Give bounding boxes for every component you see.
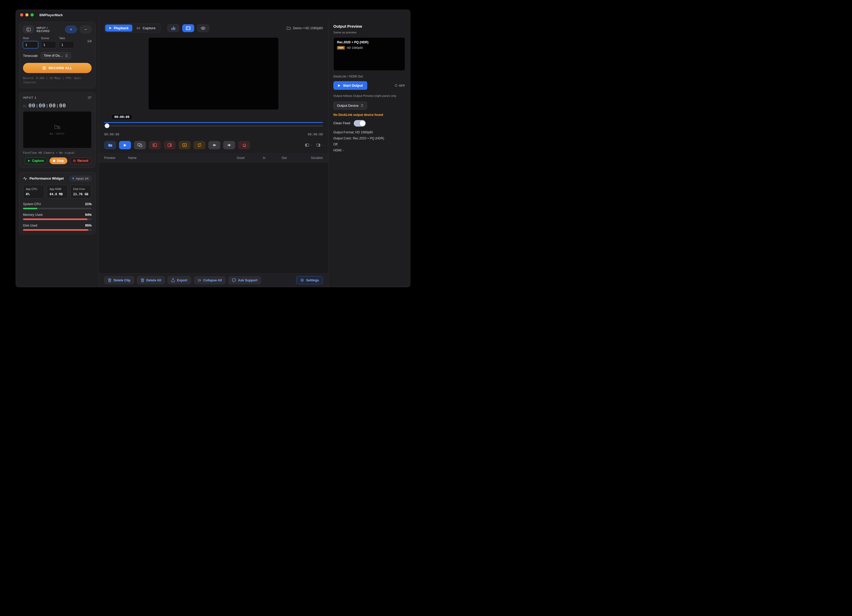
zoom-button[interactable] (30, 13, 34, 17)
scene-input[interactable] (41, 41, 56, 48)
output-preview-box: Rec.2020 + PQ (HDR) HDR HD 1080p60 (333, 37, 405, 71)
column-duration: Duration (301, 156, 323, 160)
minimize-button[interactable] (25, 13, 29, 17)
clean-feed-toggle[interactable] (354, 120, 366, 127)
loop-button[interactable] (193, 141, 205, 149)
tab-playback[interactable]: Playback (105, 24, 132, 32)
input1-menu-button[interactable] (88, 96, 92, 99)
capture-button[interactable]: Capture (24, 157, 47, 164)
scene-label: Scene (41, 36, 56, 40)
input1-title: INPUT 1 (23, 96, 36, 99)
record-button[interactable]: Record (70, 157, 92, 164)
output-color-label: Rec.2020 + PQ (HDR) (337, 41, 402, 44)
left-sidebar: INPUT / RECORD + − Reel Scene Tak (16, 20, 99, 287)
delete-all-button[interactable]: Delete All (137, 276, 165, 284)
mark-in-button[interactable] (149, 141, 161, 149)
media-browser-button[interactable] (104, 141, 116, 149)
left-pane-toggle[interactable]: - (305, 143, 312, 147)
take-field: Take (59, 36, 74, 48)
mark-out-button[interactable] (164, 141, 176, 149)
eye-icon (201, 27, 205, 30)
output-subtitle: Same as preview (333, 31, 405, 34)
sidebar-toggle-button[interactable] (23, 26, 34, 33)
start-output-button[interactable]: Start Output (333, 81, 367, 90)
input1-preview: NO INPUT (23, 111, 92, 148)
stat-disk-free: Disk Free 21.76 GB (70, 185, 92, 199)
detail-output-state: Off (333, 142, 405, 146)
output-details: Output Format: HD 1080p60 Output Color: … (333, 130, 405, 152)
stop-button[interactable]: Stop (50, 157, 67, 164)
pip-icon (137, 143, 142, 147)
column-in: In (263, 156, 282, 160)
take-input[interactable] (59, 41, 74, 48)
frame-view-button[interactable] (182, 24, 194, 32)
input1-panel: INPUT 1 TC 00:00:00:00 NO INPUT (19, 92, 95, 168)
reel-input[interactable] (23, 41, 38, 48)
tab-capture[interactable]: Capture (132, 24, 159, 32)
remove-input-button[interactable]: − (80, 26, 92, 33)
clip-table-body[interactable] (99, 162, 328, 273)
close-button[interactable] (20, 13, 23, 17)
meter-bar (23, 208, 92, 209)
chat-icon (232, 278, 236, 282)
delete-clip-button[interactable]: Delete Clip (104, 276, 134, 284)
trash-icon (141, 278, 144, 282)
bar-chart-icon (171, 26, 175, 30)
reel-label: Reel (23, 36, 38, 40)
previous-clip-button[interactable] (208, 141, 220, 149)
meter-bar (23, 219, 92, 220)
output-warning: No DeckLink output device found (333, 113, 405, 117)
timeline (104, 122, 323, 128)
eraser-icon (242, 143, 246, 147)
toggle-knob (360, 121, 365, 126)
timecode-select[interactable]: Time of Da… (41, 52, 71, 59)
record-all-button[interactable]: RECORD ALL (23, 63, 92, 73)
record-circle-icon (42, 66, 46, 70)
output-status: OFF (395, 84, 405, 87)
window-title: BMPlayerMark (39, 13, 63, 17)
output-format-label: HD 1080p60 (347, 46, 363, 49)
folder-icon (287, 26, 291, 30)
meter-bar (23, 229, 92, 231)
arrow-left-icon (212, 143, 216, 147)
scrubber-handle[interactable] (105, 124, 109, 128)
video-preview[interactable] (148, 37, 279, 110)
transport-controls: - - (99, 136, 328, 154)
sidebar-panel-icon (26, 28, 31, 31)
source-status: FaceTime HD Camera • No signal (23, 151, 92, 154)
left-pane-icon (305, 143, 309, 147)
play-button[interactable] (119, 141, 131, 149)
output-title: Output Preview (333, 24, 405, 29)
output-device-label: DeckLink / HDMI Out (333, 75, 405, 78)
column-name: Name (128, 156, 237, 160)
right-pane-toggle[interactable]: - (316, 143, 323, 147)
play-clip-button[interactable] (178, 141, 190, 149)
export-button[interactable]: Export (168, 276, 191, 284)
column-good: Good (237, 156, 263, 160)
activity-icon (23, 177, 27, 180)
time-remaining: 00:00:00 (308, 133, 323, 136)
add-input-button[interactable]: + (65, 26, 77, 33)
arrow-right-icon (227, 143, 231, 147)
detail-output-color: Output Color: Rec.2020 + PQ (HDR) (333, 136, 405, 140)
settings-button[interactable]: Settings (296, 276, 323, 284)
next-clip-button[interactable] (223, 141, 235, 149)
scrubber-section: 00:00:00 00:00:00 00:00:00 (99, 110, 328, 136)
pip-button[interactable] (134, 141, 146, 149)
play-icon (109, 27, 112, 30)
chevron-up-down-icon (65, 54, 68, 57)
erase-button[interactable] (238, 141, 250, 149)
output-device-select[interactable]: Output Device (333, 101, 367, 110)
collapse-all-button[interactable]: Collapse All (194, 276, 225, 284)
record-settings-info: Record: H.264 | 10 Mbps | FPS: Auto (Sou… (23, 76, 92, 85)
preview-visibility-button[interactable] (197, 24, 209, 32)
reel-field: Reel (23, 36, 38, 48)
mark-out-icon (168, 143, 172, 147)
chevron-up-down-icon (361, 104, 363, 107)
ask-support-button[interactable]: Ask Support (228, 276, 261, 284)
titlebar: BMPlayerMark (16, 10, 410, 20)
stat-app-ram: App RAM 84.8 MB (47, 185, 68, 199)
input-record-panel: INPUT / RECORD + − Reel Scene Tak (19, 22, 95, 88)
scrubber-track[interactable] (104, 125, 323, 127)
scopes-button[interactable] (167, 24, 179, 32)
